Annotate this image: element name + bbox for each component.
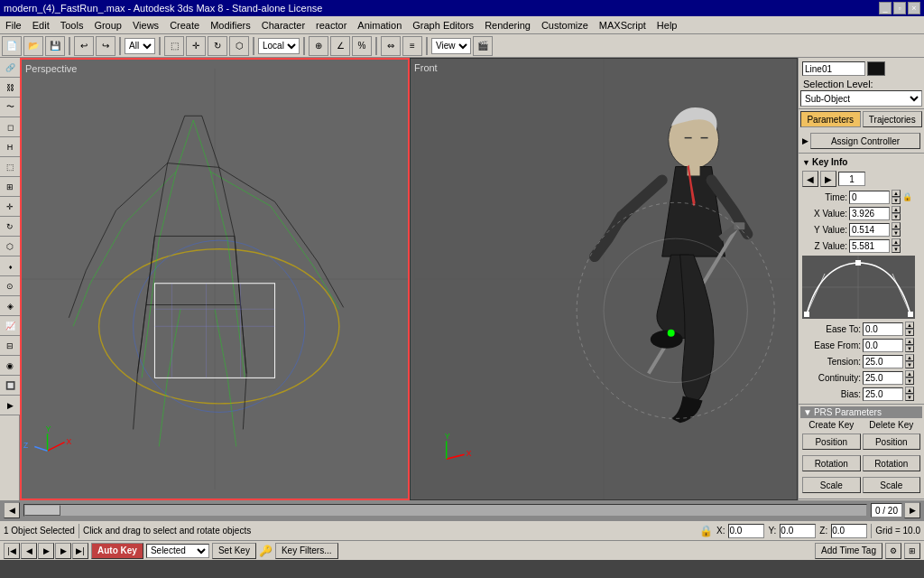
next-key-button[interactable]: ▶ — [820, 171, 836, 187]
sub-object-select[interactable]: Sub-Object — [800, 90, 922, 107]
delete-position-button[interactable]: Position — [863, 434, 921, 450]
trajectories-tab[interactable]: Trajectories — [863, 111, 923, 127]
rotate-tool[interactable]: ↻ — [0, 217, 20, 237]
menu-edit[interactable]: Edit — [27, 18, 55, 33]
create-scale-button[interactable]: Scale — [802, 477, 861, 493]
y-down[interactable]: ▼ — [892, 229, 901, 237]
menu-customize[interactable]: Customize — [536, 18, 594, 33]
close-button[interactable]: × — [908, 2, 920, 14]
time-input[interactable] — [849, 191, 890, 204]
align-button[interactable]: ≡ — [402, 36, 422, 56]
auto-key-button[interactable]: Auto Key — [91, 543, 143, 559]
view-select[interactable]: View — [431, 38, 471, 54]
add-time-tag-button[interactable]: Add Time Tag — [815, 543, 882, 559]
menu-maxscript[interactable]: MAXScript — [594, 18, 651, 33]
scroll-right-btn[interactable]: ▶ — [904, 502, 920, 518]
lock-icon[interactable]: 🔒 — [902, 192, 912, 201]
set-key-button[interactable]: Set Key — [212, 543, 256, 559]
y-spinner[interactable]: ▲ ▼ — [892, 222, 901, 237]
go-start-button[interactable]: |◀ — [4, 543, 20, 559]
menu-group[interactable]: Group — [88, 18, 127, 33]
select-button[interactable]: ⬚ — [164, 36, 184, 56]
menu-file[interactable]: File — [0, 18, 27, 33]
render-button[interactable]: 🎬 — [473, 36, 493, 56]
create-rotation-button[interactable]: Rotation — [802, 455, 861, 471]
move-tool[interactable]: ✛ — [0, 197, 20, 217]
continuity-down[interactable]: ▼ — [905, 378, 914, 385]
viewport-layout-button[interactable]: ⊞ — [904, 543, 920, 559]
menu-help[interactable]: Help — [651, 18, 683, 33]
material-editor[interactable]: ◉ — [0, 356, 20, 376]
tension-down[interactable]: ▼ — [905, 361, 914, 368]
z-coord-input[interactable] — [831, 524, 867, 538]
menu-character[interactable]: Character — [256, 18, 310, 33]
key-filters-button[interactable]: Key Filters... — [275, 543, 338, 559]
select-name-tool[interactable]: H — [0, 137, 20, 157]
region-select-tool[interactable]: ⬚ — [0, 157, 20, 177]
percent-snap-button[interactable]: % — [352, 36, 372, 56]
scale-button[interactable]: ⬡ — [229, 36, 249, 56]
x-spinner[interactable]: ▲ ▼ — [892, 206, 901, 220]
x-down[interactable]: ▼ — [892, 213, 901, 220]
continuity-up[interactable]: ▲ — [905, 370, 914, 378]
object-name-input[interactable] — [802, 61, 865, 76]
key-mode-select[interactable]: Selected — [146, 544, 209, 558]
x-up[interactable]: ▲ — [892, 206, 901, 213]
select-tool[interactable]: ◻ — [0, 117, 20, 137]
scale-tool[interactable]: ⬡ — [0, 237, 20, 256]
new-scene-button[interactable]: 📄 — [2, 36, 22, 56]
quick-render[interactable]: ▶ — [0, 396, 20, 415]
menu-reactor[interactable]: reactor — [310, 18, 352, 33]
snap-button[interactable]: ⊕ — [309, 36, 328, 56]
angle-snap-button[interactable]: ∠ — [330, 36, 350, 56]
go-end-button[interactable]: ▶| — [72, 543, 88, 559]
menu-modifiers[interactable]: Modifiers — [205, 18, 256, 33]
x-value-input[interactable] — [849, 207, 890, 220]
link-tool[interactable]: 🔗 — [0, 58, 20, 78]
continuity-spinner[interactable]: ▲ ▼ — [905, 370, 914, 385]
z-value-input[interactable] — [849, 239, 890, 253]
z-spinner[interactable]: ▲ ▼ — [892, 238, 901, 253]
delete-scale-button[interactable]: Scale — [863, 477, 921, 493]
front-viewport[interactable]: Front — [410, 58, 798, 500]
delete-rotation-button[interactable]: Rotation — [863, 455, 921, 471]
ease-to-up[interactable]: ▲ — [905, 322, 914, 329]
y-up[interactable]: ▲ — [892, 222, 901, 229]
create-position-button[interactable]: Position — [802, 434, 861, 450]
ease-to-spinner[interactable]: ▲ ▼ — [905, 322, 914, 336]
open-button[interactable]: 📂 — [23, 36, 43, 56]
perspective-viewport[interactable]: Perspective — [20, 58, 410, 500]
rotate-button[interactable]: ↻ — [208, 36, 227, 56]
save-button[interactable]: 💾 — [45, 36, 65, 56]
restore-button[interactable]: ▫ — [893, 2, 906, 14]
config-button[interactable]: ⚙ — [885, 543, 901, 559]
time-spinner[interactable]: ▲ ▼ — [892, 190, 901, 204]
tension-spinner[interactable]: ▲ ▼ — [905, 354, 914, 368]
scroll-left-btn[interactable]: ◀ — [4, 502, 20, 518]
filter-select[interactable]: All — [125, 38, 155, 54]
prev-key-button[interactable]: ◀ — [802, 171, 818, 187]
key-info-expand[interactable]: ▼ — [802, 158, 810, 167]
minimize-button[interactable]: _ — [879, 2, 892, 14]
time-up[interactable]: ▲ — [892, 190, 901, 197]
use-pivot[interactable]: ⊙ — [0, 276, 20, 296]
menu-tools[interactable]: Tools — [55, 18, 89, 33]
play-button[interactable]: ▶ — [38, 543, 54, 559]
z-up[interactable]: ▲ — [892, 238, 901, 246]
parameters-tab[interactable]: Parameters — [800, 111, 861, 127]
render-scene[interactable]: 🔲 — [0, 376, 20, 396]
tension-up[interactable]: ▲ — [905, 354, 914, 361]
bias-input[interactable] — [863, 387, 903, 401]
object-color-swatch[interactable] — [867, 61, 885, 76]
redo-button[interactable]: ↪ — [96, 36, 116, 56]
bind-space-warp[interactable]: 〜 — [0, 98, 20, 117]
menu-animation[interactable]: Animation — [352, 18, 407, 33]
reference-select[interactable]: Local — [258, 38, 300, 54]
y-coord-input[interactable] — [780, 524, 816, 538]
schematic-view[interactable]: ⊟ — [0, 336, 20, 356]
squash-tool[interactable]: ⬧ — [0, 256, 20, 276]
timeline-scrollbar[interactable] — [23, 504, 867, 517]
bias-down[interactable]: ▼ — [905, 394, 914, 401]
bias-up[interactable]: ▲ — [905, 387, 914, 394]
move-button[interactable]: ✛ — [186, 36, 206, 56]
